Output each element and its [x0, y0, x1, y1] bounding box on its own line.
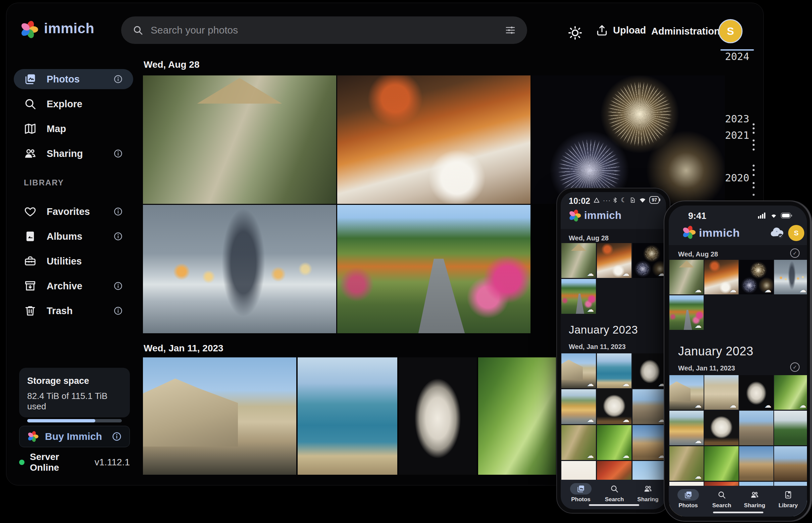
info-icon[interactable]: [111, 431, 122, 442]
map-icon: [24, 122, 37, 135]
thumb-fireworks[interactable]: ☁: [739, 260, 773, 294]
thumb-coastal-tower[interactable]: ☁: [597, 353, 632, 388]
thumb-stone-ruins[interactable]: [739, 411, 773, 445]
thumb-lizard-on-moss[interactable]: ☁: [597, 425, 632, 460]
sidebar-item-favorites[interactable]: Favorites: [14, 201, 133, 222]
storage-space-card: Storage space 82.4 TiB of 115.1 TiB used: [19, 368, 130, 417]
cloud-backup-icon: ☁: [799, 286, 806, 293]
photo-coastal-tower[interactable]: [298, 357, 397, 475]
select-all-check-icon[interactable]: ✓: [790, 249, 799, 258]
info-icon[interactable]: [113, 306, 123, 316]
timeline-year-2020[interactable]: 2020: [712, 172, 749, 184]
timeline-year-2024[interactable]: 2024: [712, 51, 749, 62]
nav-item-photos[interactable]: Photos: [677, 489, 699, 509]
cloud-sync-icon[interactable]: [770, 226, 785, 239]
wifi-icon: [770, 212, 778, 219]
thumb-beach-cliff[interactable]: ☁: [669, 411, 704, 445]
user-avatar[interactable]: S: [719, 19, 743, 43]
nav-item-library[interactable]: Library: [777, 489, 799, 509]
photo-green-berries[interactable]: [478, 357, 556, 475]
search-input[interactable]: [151, 24, 498, 36]
photo-zoo-monkeys[interactable]: [143, 75, 336, 204]
thumb-zoo-monkeys[interactable]: ☁: [669, 260, 704, 294]
sharing-people-icon: [744, 489, 765, 501]
thumb-wooden-house[interactable]: [774, 446, 807, 481]
upload-button[interactable]: Upload: [595, 24, 646, 37]
timeline-year-2021[interactable]: 2021: [712, 129, 749, 141]
thumb-lizard-on-moss[interactable]: [704, 446, 739, 481]
brand-wordmark: immich: [699, 226, 740, 239]
thumb-marble-bust[interactable]: ☁: [633, 353, 666, 388]
thumb-lizard[interactable]: ☁: [669, 446, 704, 481]
timeline-year-2023[interactable]: 2023: [712, 113, 749, 125]
info-icon[interactable]: [113, 148, 123, 159]
sidebar-item-utilities[interactable]: Utilities: [14, 251, 133, 271]
timeline-tick: [753, 127, 755, 129]
phone-mockup-android: 10:02 ··· ☾ 97 immich Wed, A: [556, 188, 670, 513]
sidebar-item-photos[interactable]: Photos: [14, 69, 133, 89]
thumb-stone-ruins[interactable]: ☁: [633, 389, 666, 424]
thumb-zoo-monkeys[interactable]: ☁: [562, 243, 596, 278]
info-icon[interactable]: [113, 281, 123, 291]
nav-item-sharing[interactable]: Sharing: [637, 483, 659, 503]
library-section-label: LIBRARY: [24, 178, 64, 187]
timeline-tick: [753, 132, 755, 134]
search-bar[interactable]: [121, 16, 527, 44]
nav-item-photos[interactable]: Photos: [570, 483, 591, 503]
thumb-christmas-tree[interactable]: [774, 411, 807, 445]
sidebar-item-explore[interactable]: Explore: [14, 94, 133, 114]
thumb-lizard[interactable]: ☁: [562, 425, 596, 460]
thumb-winter-church[interactable]: [739, 446, 773, 481]
home-indicator[interactable]: [589, 504, 639, 506]
administration-link[interactable]: Administration: [651, 26, 720, 37]
thumb-fortress-closeup[interactable]: ☁: [704, 375, 739, 410]
thumb-fortress[interactable]: ☁: [669, 375, 704, 410]
photo-holding-hands[interactable]: [143, 205, 336, 333]
sidebar-item-trash[interactable]: Trash: [14, 301, 133, 321]
server-status-label: Server Online: [30, 452, 89, 473]
cloud-backup-icon: ☁: [694, 286, 702, 293]
thumb-white-sculpture[interactable]: [704, 411, 739, 445]
sidebar-item-albums[interactable]: Albums: [14, 226, 133, 247]
photo-marble-bust[interactable]: [399, 357, 477, 475]
thumb-dinner-table[interactable]: ☁: [704, 260, 739, 294]
sidebar-item-map[interactable]: Map: [14, 119, 133, 139]
photo-fortress-walls[interactable]: [143, 357, 296, 475]
info-icon[interactable]: [113, 206, 123, 217]
thumb-green-berries[interactable]: ☁: [774, 375, 807, 410]
cloud-backup-icon: ☁: [729, 286, 737, 293]
search-filter-icon[interactable]: [505, 25, 516, 36]
select-all-check-icon[interactable]: ✓: [790, 362, 799, 372]
thumb-fireworks[interactable]: ☁: [633, 243, 666, 278]
sidebar-item-archive[interactable]: Archive: [14, 276, 133, 296]
thumb-fortress[interactable]: ☁: [562, 353, 596, 388]
thumb-holding-hands[interactable]: ☁: [774, 260, 807, 294]
photo-dinner-table[interactable]: [337, 75, 531, 204]
photo-autumn-park[interactable]: [337, 205, 531, 333]
user-avatar[interactable]: S: [788, 225, 804, 241]
cloud-backup-icon: ☁: [799, 402, 806, 409]
thumb-dinner-table[interactable]: ☁: [597, 243, 632, 278]
info-icon[interactable]: [113, 231, 123, 241]
info-icon[interactable]: [113, 74, 123, 84]
thumb-winter-church[interactable]: ☁: [633, 425, 666, 460]
photo-fireworks[interactable]: [532, 75, 725, 204]
thumb-autumn-park[interactable]: ☁: [562, 279, 596, 314]
battery-icon: [781, 212, 792, 219]
thumb-autumn-park[interactable]: ☁: [669, 295, 704, 330]
cloud-backup-icon: ☁: [694, 473, 702, 480]
sidebar-item-sharing[interactable]: Sharing: [14, 144, 133, 164]
nav-item-search[interactable]: Search: [604, 483, 625, 503]
thumb-marble-bust[interactable]: ☁: [739, 375, 773, 410]
buy-immich-button[interactable]: Buy Immich: [19, 426, 130, 447]
cloud-backup-icon: ☁: [694, 437, 702, 444]
cloud-backup-icon: ☁: [587, 380, 594, 387]
battery-icon: 97: [649, 196, 659, 204]
home-indicator[interactable]: [713, 511, 763, 513]
nav-item-sharing[interactable]: Sharing: [744, 489, 765, 509]
theme-toggle-sun-icon[interactable]: [567, 25, 583, 40]
thumb-beach-cliff[interactable]: ☁: [562, 389, 596, 424]
heart-icon: [24, 205, 37, 218]
thumb-white-sculpture[interactable]: ☁: [597, 389, 632, 424]
nav-item-search[interactable]: Search: [711, 489, 732, 509]
